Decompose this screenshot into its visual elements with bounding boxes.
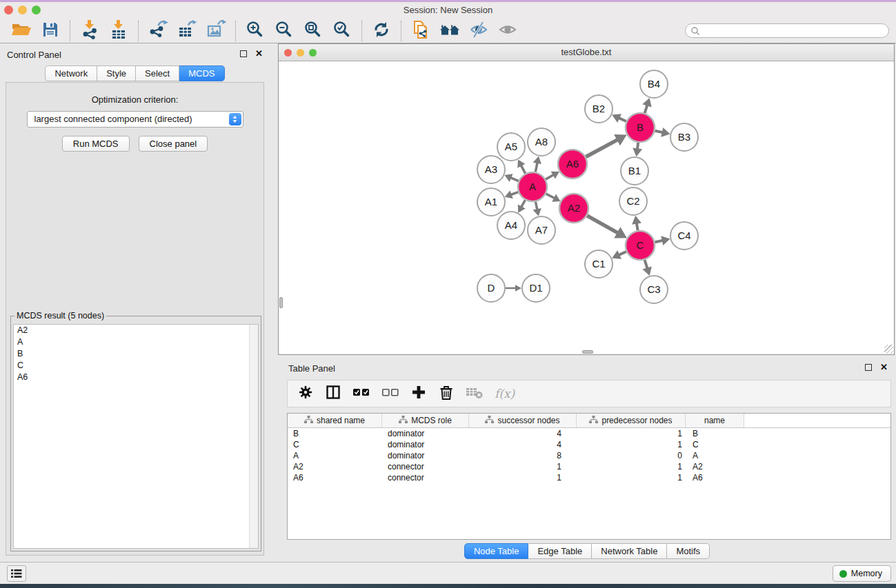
table-cell[interactable]: 0 bbox=[577, 450, 686, 461]
homes-button[interactable] bbox=[435, 20, 464, 42]
edge-A6-B[interactable] bbox=[586, 134, 626, 157]
edge-C-C1[interactable] bbox=[612, 250, 626, 259]
zoom-out-button[interactable] bbox=[270, 20, 299, 42]
mcds-result-item[interactable]: A6 bbox=[14, 372, 258, 383]
table-cell[interactable]: 8 bbox=[469, 450, 577, 461]
zoom-selected-button[interactable] bbox=[328, 20, 357, 42]
tab-mcds[interactable]: MCDS bbox=[179, 65, 224, 81]
graph-node-A2[interactable]: A2 bbox=[559, 194, 588, 223]
edge-A-A1[interactable] bbox=[505, 190, 519, 199]
graph-node-C2[interactable]: C2 bbox=[619, 187, 647, 215]
table-tab-edge-table[interactable]: Edge Table bbox=[528, 543, 592, 559]
edge-B-B3[interactable] bbox=[655, 128, 670, 137]
fx-button[interactable]: f(x) bbox=[495, 385, 515, 403]
network-canvas[interactable]: B4B2BB3A8A5A6A3B1AC2A1A2A4A7C4CC1DD1C3 bbox=[279, 61, 894, 354]
graph-node-B[interactable]: B bbox=[626, 113, 655, 142]
columns-button[interactable] bbox=[325, 385, 341, 403]
table-cell[interactable]: A6 bbox=[288, 472, 382, 483]
edge-C-C4[interactable] bbox=[655, 236, 670, 245]
table-cell[interactable]: connector bbox=[382, 472, 469, 483]
tab-network[interactable]: Network bbox=[45, 65, 97, 81]
table-cell[interactable]: 1 bbox=[577, 472, 686, 483]
table-cell[interactable]: A6 bbox=[686, 472, 744, 483]
table-row[interactable]: Adominator80A bbox=[288, 450, 890, 461]
table-tab-motifs[interactable]: Motifs bbox=[667, 543, 710, 559]
edge-A-A7[interactable] bbox=[533, 202, 541, 216]
table-cell[interactable]: 1 bbox=[469, 472, 577, 483]
export-table-button[interactable] bbox=[172, 20, 201, 42]
table-row[interactable]: Cdominator41C bbox=[288, 439, 890, 450]
graph-node-B2[interactable]: B2 bbox=[585, 95, 613, 123]
table-row[interactable]: A2connector11A2 bbox=[288, 461, 890, 472]
table-cell[interactable]: 1 bbox=[469, 461, 577, 472]
select-all-button[interactable] bbox=[352, 385, 370, 403]
column-header-name[interactable]: name bbox=[686, 414, 744, 427]
edge-C-C2[interactable] bbox=[632, 216, 641, 231]
import-network-button[interactable] bbox=[75, 20, 104, 42]
minimize-network-button[interactable] bbox=[297, 49, 304, 57]
mcds-result-item[interactable]: A2 bbox=[14, 325, 258, 336]
edge-B-B4[interactable] bbox=[642, 98, 651, 113]
graph-node-C4[interactable]: C4 bbox=[670, 222, 698, 250]
zoom-fit-button[interactable] bbox=[299, 20, 328, 42]
graph-node-B1[interactable]: B1 bbox=[621, 157, 648, 185]
zoom-in-button[interactable] bbox=[241, 20, 270, 42]
edge-A2-C[interactable] bbox=[587, 216, 627, 239]
graph-node-A8[interactable]: A8 bbox=[528, 128, 555, 156]
zoom-window-button[interactable] bbox=[32, 6, 41, 14]
table-cell[interactable]: 1 bbox=[577, 439, 686, 450]
graph-node-A3[interactable]: A3 bbox=[477, 156, 505, 183]
mcds-result-item[interactable]: B bbox=[14, 348, 258, 360]
run-mcds-button[interactable]: Run MCDS bbox=[62, 136, 130, 152]
float-panel-icon[interactable] bbox=[240, 50, 247, 57]
save-button[interactable] bbox=[36, 20, 65, 42]
trash-button[interactable] bbox=[438, 385, 455, 403]
graph-node-D[interactable]: D bbox=[477, 274, 505, 302]
table-cell[interactable]: B bbox=[686, 428, 744, 439]
task-history-button[interactable] bbox=[7, 565, 26, 582]
table-cell[interactable]: 1 bbox=[577, 428, 686, 439]
delete-table-button[interactable] bbox=[466, 385, 484, 403]
table-cell[interactable]: C bbox=[686, 439, 744, 450]
export-image-button[interactable] bbox=[201, 20, 230, 42]
close-table-panel-icon[interactable]: ✕ bbox=[880, 364, 888, 371]
result-scrollbar[interactable] bbox=[249, 325, 258, 548]
close-window-button[interactable] bbox=[4, 6, 13, 14]
graph-node-A1[interactable]: A1 bbox=[477, 188, 505, 216]
table-row[interactable]: A6connector11A6 bbox=[288, 472, 890, 483]
table-row[interactable]: Bdominator41B bbox=[288, 428, 890, 439]
search-input[interactable] bbox=[685, 23, 889, 38]
graph-node-C3[interactable]: C3 bbox=[640, 276, 668, 303]
column-header-successor-nodes[interactable]: successor nodes bbox=[469, 414, 577, 427]
import-table-button[interactable] bbox=[104, 20, 133, 42]
column-header-MCDS-role[interactable]: MCDS role bbox=[382, 414, 469, 427]
table-tab-network-table[interactable]: Network Table bbox=[592, 543, 667, 559]
add-button[interactable] bbox=[410, 385, 427, 403]
graph-node-A[interactable]: A bbox=[518, 172, 547, 201]
close-network-button[interactable] bbox=[284, 49, 292, 57]
edge-A-A8[interactable] bbox=[533, 156, 541, 172]
tab-style[interactable]: Style bbox=[97, 65, 136, 81]
vertical-scroll-thumb[interactable] bbox=[279, 297, 283, 308]
graph-node-B3[interactable]: B3 bbox=[670, 123, 698, 151]
close-panel-button[interactable]: Close panel bbox=[139, 136, 208, 152]
edge-A-A5[interactable] bbox=[517, 160, 525, 174]
table-cell[interactable]: connector bbox=[382, 461, 469, 472]
edge-C-C3[interactable] bbox=[642, 260, 651, 276]
hide-graphics-button[interactable] bbox=[464, 20, 493, 42]
horizontal-scroll-thumb[interactable] bbox=[582, 350, 593, 354]
edge-B-B2[interactable] bbox=[612, 114, 626, 123]
table-tab-node-table[interactable]: Node Table bbox=[464, 543, 529, 559]
memory-button[interactable]: Memory bbox=[833, 565, 891, 582]
unselect-all-button[interactable] bbox=[381, 385, 399, 403]
graph-node-B4[interactable]: B4 bbox=[640, 70, 668, 98]
table-cell[interactable]: A bbox=[686, 450, 744, 461]
table-cell[interactable]: dominator bbox=[382, 428, 469, 439]
tab-select[interactable]: Select bbox=[136, 65, 179, 81]
edge-A-A4[interactable] bbox=[518, 200, 526, 212]
table-cell[interactable]: 4 bbox=[469, 439, 577, 450]
edge-D-D1[interactable] bbox=[506, 285, 521, 292]
edge-A-A3[interactable] bbox=[504, 174, 518, 182]
gear-button[interactable] bbox=[297, 385, 314, 403]
open-folder-button[interactable] bbox=[7, 20, 36, 42]
